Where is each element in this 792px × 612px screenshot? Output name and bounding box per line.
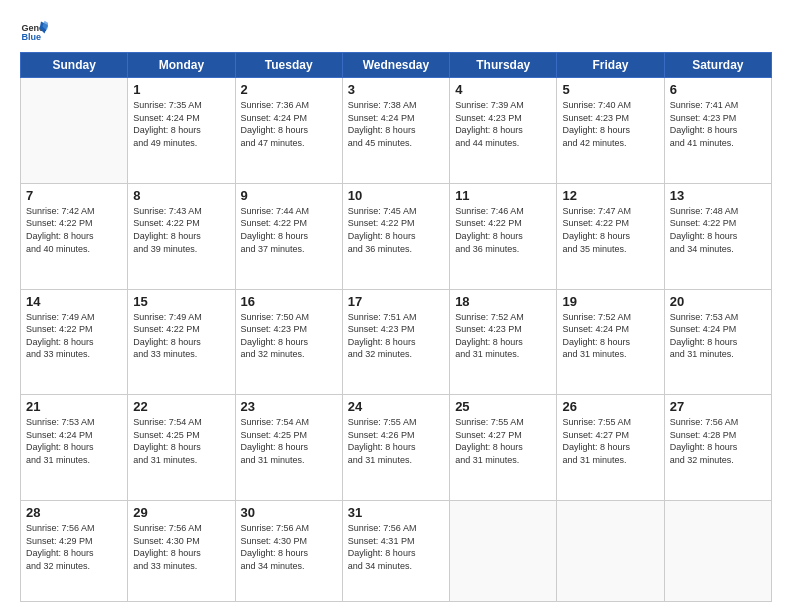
calendar-week-row: 7Sunrise: 7:42 AM Sunset: 4:22 PM Daylig…: [21, 183, 772, 289]
cell-info: Sunrise: 7:38 AM Sunset: 4:24 PM Dayligh…: [348, 99, 444, 149]
calendar-table: SundayMondayTuesdayWednesdayThursdayFrid…: [20, 52, 772, 602]
page: General Blue SundayMondayTuesdayWednesda…: [0, 0, 792, 612]
cell-info: Sunrise: 7:55 AM Sunset: 4:27 PM Dayligh…: [562, 416, 658, 466]
calendar-cell: 12Sunrise: 7:47 AM Sunset: 4:22 PM Dayli…: [557, 183, 664, 289]
cell-info: Sunrise: 7:53 AM Sunset: 4:24 PM Dayligh…: [26, 416, 122, 466]
calendar-cell: [450, 501, 557, 602]
cell-info: Sunrise: 7:45 AM Sunset: 4:22 PM Dayligh…: [348, 205, 444, 255]
day-number: 16: [241, 294, 337, 309]
cell-info: Sunrise: 7:42 AM Sunset: 4:22 PM Dayligh…: [26, 205, 122, 255]
cell-info: Sunrise: 7:47 AM Sunset: 4:22 PM Dayligh…: [562, 205, 658, 255]
calendar-cell: 1Sunrise: 7:35 AM Sunset: 4:24 PM Daylig…: [128, 78, 235, 184]
calendar-cell: 10Sunrise: 7:45 AM Sunset: 4:22 PM Dayli…: [342, 183, 449, 289]
day-number: 20: [670, 294, 766, 309]
calendar-cell: 26Sunrise: 7:55 AM Sunset: 4:27 PM Dayli…: [557, 395, 664, 501]
day-number: 13: [670, 188, 766, 203]
day-number: 23: [241, 399, 337, 414]
calendar-week-row: 28Sunrise: 7:56 AM Sunset: 4:29 PM Dayli…: [21, 501, 772, 602]
calendar-cell: 5Sunrise: 7:40 AM Sunset: 4:23 PM Daylig…: [557, 78, 664, 184]
cell-info: Sunrise: 7:56 AM Sunset: 4:29 PM Dayligh…: [26, 522, 122, 572]
calendar-cell: 30Sunrise: 7:56 AM Sunset: 4:30 PM Dayli…: [235, 501, 342, 602]
calendar-cell: 8Sunrise: 7:43 AM Sunset: 4:22 PM Daylig…: [128, 183, 235, 289]
svg-text:Blue: Blue: [21, 32, 41, 42]
cell-info: Sunrise: 7:46 AM Sunset: 4:22 PM Dayligh…: [455, 205, 551, 255]
weekday-header-row: SundayMondayTuesdayWednesdayThursdayFrid…: [21, 53, 772, 78]
calendar-week-row: 1Sunrise: 7:35 AM Sunset: 4:24 PM Daylig…: [21, 78, 772, 184]
day-number: 28: [26, 505, 122, 520]
day-number: 24: [348, 399, 444, 414]
day-number: 19: [562, 294, 658, 309]
calendar-cell: 25Sunrise: 7:55 AM Sunset: 4:27 PM Dayli…: [450, 395, 557, 501]
day-number: 17: [348, 294, 444, 309]
day-number: 7: [26, 188, 122, 203]
weekday-header-sunday: Sunday: [21, 53, 128, 78]
cell-info: Sunrise: 7:54 AM Sunset: 4:25 PM Dayligh…: [241, 416, 337, 466]
calendar-week-row: 21Sunrise: 7:53 AM Sunset: 4:24 PM Dayli…: [21, 395, 772, 501]
cell-info: Sunrise: 7:44 AM Sunset: 4:22 PM Dayligh…: [241, 205, 337, 255]
calendar-cell: 29Sunrise: 7:56 AM Sunset: 4:30 PM Dayli…: [128, 501, 235, 602]
calendar-cell: 28Sunrise: 7:56 AM Sunset: 4:29 PM Dayli…: [21, 501, 128, 602]
weekday-header-wednesday: Wednesday: [342, 53, 449, 78]
cell-info: Sunrise: 7:55 AM Sunset: 4:27 PM Dayligh…: [455, 416, 551, 466]
cell-info: Sunrise: 7:43 AM Sunset: 4:22 PM Dayligh…: [133, 205, 229, 255]
cell-info: Sunrise: 7:49 AM Sunset: 4:22 PM Dayligh…: [133, 311, 229, 361]
calendar-cell: 21Sunrise: 7:53 AM Sunset: 4:24 PM Dayli…: [21, 395, 128, 501]
cell-info: Sunrise: 7:56 AM Sunset: 4:30 PM Dayligh…: [241, 522, 337, 572]
cell-info: Sunrise: 7:50 AM Sunset: 4:23 PM Dayligh…: [241, 311, 337, 361]
cell-info: Sunrise: 7:35 AM Sunset: 4:24 PM Dayligh…: [133, 99, 229, 149]
calendar-cell: 18Sunrise: 7:52 AM Sunset: 4:23 PM Dayli…: [450, 289, 557, 395]
day-number: 11: [455, 188, 551, 203]
calendar-cell: 23Sunrise: 7:54 AM Sunset: 4:25 PM Dayli…: [235, 395, 342, 501]
day-number: 25: [455, 399, 551, 414]
cell-info: Sunrise: 7:52 AM Sunset: 4:23 PM Dayligh…: [455, 311, 551, 361]
calendar-cell: 9Sunrise: 7:44 AM Sunset: 4:22 PM Daylig…: [235, 183, 342, 289]
calendar-cell: 17Sunrise: 7:51 AM Sunset: 4:23 PM Dayli…: [342, 289, 449, 395]
cell-info: Sunrise: 7:56 AM Sunset: 4:31 PM Dayligh…: [348, 522, 444, 572]
day-number: 31: [348, 505, 444, 520]
header: General Blue: [20, 18, 772, 46]
cell-info: Sunrise: 7:55 AM Sunset: 4:26 PM Dayligh…: [348, 416, 444, 466]
day-number: 29: [133, 505, 229, 520]
day-number: 5: [562, 82, 658, 97]
calendar-cell: 4Sunrise: 7:39 AM Sunset: 4:23 PM Daylig…: [450, 78, 557, 184]
calendar-cell: 19Sunrise: 7:52 AM Sunset: 4:24 PM Dayli…: [557, 289, 664, 395]
calendar-cell: [664, 501, 771, 602]
weekday-header-monday: Monday: [128, 53, 235, 78]
day-number: 1: [133, 82, 229, 97]
day-number: 27: [670, 399, 766, 414]
calendar-cell: 6Sunrise: 7:41 AM Sunset: 4:23 PM Daylig…: [664, 78, 771, 184]
cell-info: Sunrise: 7:54 AM Sunset: 4:25 PM Dayligh…: [133, 416, 229, 466]
cell-info: Sunrise: 7:49 AM Sunset: 4:22 PM Dayligh…: [26, 311, 122, 361]
cell-info: Sunrise: 7:41 AM Sunset: 4:23 PM Dayligh…: [670, 99, 766, 149]
day-number: 12: [562, 188, 658, 203]
calendar-cell: 11Sunrise: 7:46 AM Sunset: 4:22 PM Dayli…: [450, 183, 557, 289]
calendar-cell: 22Sunrise: 7:54 AM Sunset: 4:25 PM Dayli…: [128, 395, 235, 501]
day-number: 15: [133, 294, 229, 309]
day-number: 4: [455, 82, 551, 97]
cell-info: Sunrise: 7:56 AM Sunset: 4:28 PM Dayligh…: [670, 416, 766, 466]
day-number: 21: [26, 399, 122, 414]
cell-info: Sunrise: 7:52 AM Sunset: 4:24 PM Dayligh…: [562, 311, 658, 361]
day-number: 14: [26, 294, 122, 309]
cell-info: Sunrise: 7:56 AM Sunset: 4:30 PM Dayligh…: [133, 522, 229, 572]
day-number: 30: [241, 505, 337, 520]
calendar-cell: 24Sunrise: 7:55 AM Sunset: 4:26 PM Dayli…: [342, 395, 449, 501]
calendar-cell: 20Sunrise: 7:53 AM Sunset: 4:24 PM Dayli…: [664, 289, 771, 395]
calendar-cell: 3Sunrise: 7:38 AM Sunset: 4:24 PM Daylig…: [342, 78, 449, 184]
calendar-week-row: 14Sunrise: 7:49 AM Sunset: 4:22 PM Dayli…: [21, 289, 772, 395]
calendar-cell: 7Sunrise: 7:42 AM Sunset: 4:22 PM Daylig…: [21, 183, 128, 289]
cell-info: Sunrise: 7:36 AM Sunset: 4:24 PM Dayligh…: [241, 99, 337, 149]
calendar-cell: 2Sunrise: 7:36 AM Sunset: 4:24 PM Daylig…: [235, 78, 342, 184]
weekday-header-friday: Friday: [557, 53, 664, 78]
weekday-header-tuesday: Tuesday: [235, 53, 342, 78]
cell-info: Sunrise: 7:53 AM Sunset: 4:24 PM Dayligh…: [670, 311, 766, 361]
calendar-cell: 16Sunrise: 7:50 AM Sunset: 4:23 PM Dayli…: [235, 289, 342, 395]
cell-info: Sunrise: 7:39 AM Sunset: 4:23 PM Dayligh…: [455, 99, 551, 149]
weekday-header-saturday: Saturday: [664, 53, 771, 78]
calendar-cell: [21, 78, 128, 184]
calendar-cell: 27Sunrise: 7:56 AM Sunset: 4:28 PM Dayli…: [664, 395, 771, 501]
cell-info: Sunrise: 7:51 AM Sunset: 4:23 PM Dayligh…: [348, 311, 444, 361]
cell-info: Sunrise: 7:48 AM Sunset: 4:22 PM Dayligh…: [670, 205, 766, 255]
logo-icon: General Blue: [20, 18, 48, 46]
day-number: 2: [241, 82, 337, 97]
